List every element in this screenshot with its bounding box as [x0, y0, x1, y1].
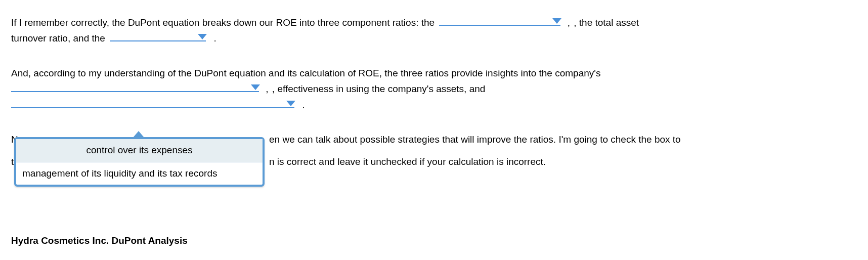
text-p2-a: And, according to my understanding of th…	[11, 68, 600, 78]
text-p1-b: , the total asset	[574, 17, 639, 28]
chevron-down-icon	[198, 34, 207, 39]
period-2: .	[302, 100, 305, 110]
comma-2: ,	[266, 83, 268, 94]
blank-dropdown-3[interactable]	[11, 80, 259, 92]
dropdown-menu[interactable]: control over its expenses management of …	[14, 137, 265, 187]
chevron-down-icon	[552, 18, 561, 24]
chevron-down-icon	[251, 84, 260, 90]
blank-dropdown-4[interactable]	[11, 97, 294, 108]
chevron-down-icon	[286, 101, 295, 106]
text-p3-l2-left: t	[11, 156, 14, 167]
text-p2-b: , effectiveness in using the company's a…	[272, 83, 486, 94]
blank-dropdown-1[interactable]	[439, 14, 560, 26]
blank-dropdown-2[interactable]	[110, 30, 206, 41]
text-p1-a: If I remember correctly, the DuPont equa…	[11, 17, 435, 28]
paragraph-2: And, according to my understanding of th…	[11, 66, 856, 112]
text-p3-l2-right: n is correct and leave it unchecked if y…	[269, 156, 546, 167]
paragraph-1: If I remember correctly, the DuPont equa…	[11, 14, 856, 46]
dropdown-option-1[interactable]: control over its expenses	[16, 139, 263, 162]
dropdown-option-2[interactable]: management of its liquidity and its tax …	[16, 162, 263, 185]
period-1: .	[213, 33, 216, 44]
text-p3-l1-right: en we can talk about possible strategies…	[269, 134, 681, 145]
text-p1-c: turnover ratio, and the	[11, 33, 105, 44]
comma-1: ,	[568, 17, 570, 28]
section-heading: Hydra Cosmetics Inc. DuPont Analysis	[11, 234, 188, 248]
